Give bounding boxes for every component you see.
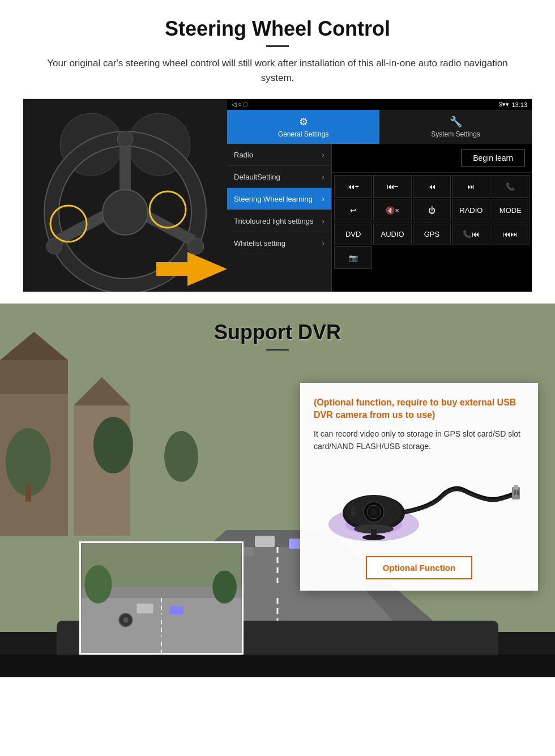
svg-point-10 [103,190,148,235]
ctrl-mode[interactable]: MODE [492,199,530,221]
svg-rect-38 [0,655,555,677]
dvr-card-title: (Optional function, require to buy exter… [314,396,524,422]
status-time: 13:13 [511,101,527,108]
dvr-info-card: (Optional function, require to buy exter… [300,383,538,591]
ctrl-dvd[interactable]: DVD [334,223,372,245]
menu-tricoloured-label: Tricoloured light settings [234,217,313,225]
dvr-preview-inset [79,541,244,655]
android-status-bar: ◁ ○ □ 9▾▾ 13:13 [227,99,532,110]
menu-content: Begin learn ⏮+ ⏮− ⏮ ⏭ 📞 ↩ 🔇× ⏻ RADIO MOD… [332,144,532,292]
begin-learn-row: Begin learn [332,144,532,173]
ctrl-next[interactable]: ⏭ [452,175,490,198]
svg-point-50 [123,617,129,623]
svg-point-47 [84,565,112,604]
svg-rect-45 [136,604,153,613]
title-divider [266,45,289,47]
menu-default-label: DefaultSetting [234,173,280,181]
menu-item-radio[interactable]: Radio › [227,144,331,166]
ctrl-radio[interactable]: RADIO [452,199,490,221]
svg-point-15 [117,131,133,147]
steering-title: Steering Wheel Control [23,17,532,41]
dvr-camera-image [314,462,524,547]
android-tabs: ⚙ General Settings 🔧 System Settings [227,110,532,144]
ctrl-gps[interactable]: GPS [413,223,451,245]
svg-point-48 [212,571,237,604]
ctrl-camera[interactable]: 📷 [334,246,372,269]
svg-rect-63 [514,485,518,489]
ctrl-mute[interactable]: 🔇× [373,199,411,221]
menu-list: Radio › DefaultSetting › Steering Wheel … [227,144,332,292]
status-signal: ◁ ○ □ [232,101,247,108]
svg-rect-59 [351,510,356,511]
dvr-title-overlay: Support DVR [0,304,555,369]
dvr-section: Support DVR [0,304,555,677]
svg-point-57 [370,509,377,515]
steering-demo: km/h RPM [23,99,532,292]
control-grid: ⏮+ ⏮− ⏮ ⏭ 📞 ↩ 🔇× ⏻ RADIO MODE DVD AUDIO … [332,173,532,271]
svg-rect-64 [514,490,516,495]
menu-item-default[interactable]: DefaultSetting › [227,166,331,188]
chevron-right-icon: › [322,172,325,181]
tab-system-settings[interactable]: 🔧 System Settings [379,110,532,144]
svg-rect-65 [517,490,519,495]
ctrl-back[interactable]: ↩ [334,199,372,221]
settings-icon: ⚙ [299,116,308,128]
svg-point-16 [46,238,62,254]
ctrl-power[interactable]: ⏻ [413,199,451,221]
menu-item-tricoloured[interactable]: Tricoloured light settings › [227,210,331,232]
ctrl-phone[interactable]: 📞 [492,175,530,198]
dvr-title: Support DVR [0,321,555,344]
ctrl-prev[interactable]: ⏮ [413,175,451,198]
android-panel: ◁ ○ □ 9▾▾ 13:13 ⚙ General Settings 🔧 Sys… [227,99,532,292]
svg-rect-60 [351,512,356,513]
ctrl-vol-down[interactable]: ⏮− [373,175,411,198]
ctrl-audio[interactable]: AUDIO [373,223,411,245]
steering-subtitle: Your original car's steering wheel contr… [45,56,510,85]
dvr-card-desc: It can record video only to storage in G… [314,428,524,453]
ctrl-vol-up[interactable]: ⏮+ [334,175,372,198]
tab-general-settings[interactable]: ⚙ General Settings [227,110,379,144]
svg-rect-33 [255,536,275,547]
svg-point-27 [164,431,198,482]
chevron-right-icon: › [322,194,325,203]
svg-rect-58 [351,507,356,509]
menu-steering-label: Steering Wheel learning [234,195,313,203]
ctrl-phone-prev[interactable]: 📞⏮ [452,223,490,245]
ctrl-skip[interactable]: ⏮⏭ [492,223,530,245]
optional-function-button[interactable]: Optional Function [366,556,472,579]
chevron-right-icon: › [322,150,325,159]
tab-general-label: General Settings [278,130,328,138]
menu-radio-label: Radio [234,151,253,159]
steering-photo: km/h RPM [23,99,227,292]
svg-point-17 [188,238,204,254]
svg-rect-14 [156,262,190,276]
svg-rect-46 [170,606,183,615]
chevron-right-icon: › [322,238,325,247]
begin-learn-button[interactable]: Begin learn [461,150,525,166]
steering-section: Steering Wheel Control Your original car… [0,0,555,304]
dvr-background: Support DVR [0,304,555,677]
chevron-right-icon: › [322,216,325,225]
menu-item-steering[interactable]: Steering Wheel learning › [227,188,331,210]
svg-point-26 [93,417,133,473]
system-icon: 🔧 [450,116,462,128]
tab-system-label: System Settings [431,130,480,138]
dvr-divider [266,349,289,351]
android-menu: Radio › DefaultSetting › Steering Wheel … [227,144,532,292]
svg-rect-25 [25,485,31,502]
svg-point-68 [362,535,385,540]
menu-item-whitelist[interactable]: Whitelist setting › [227,232,331,254]
menu-whitelist-label: Whitelist setting [234,239,285,247]
svg-rect-61 [351,514,356,515]
status-wifi: 9▾▾ [499,101,509,108]
